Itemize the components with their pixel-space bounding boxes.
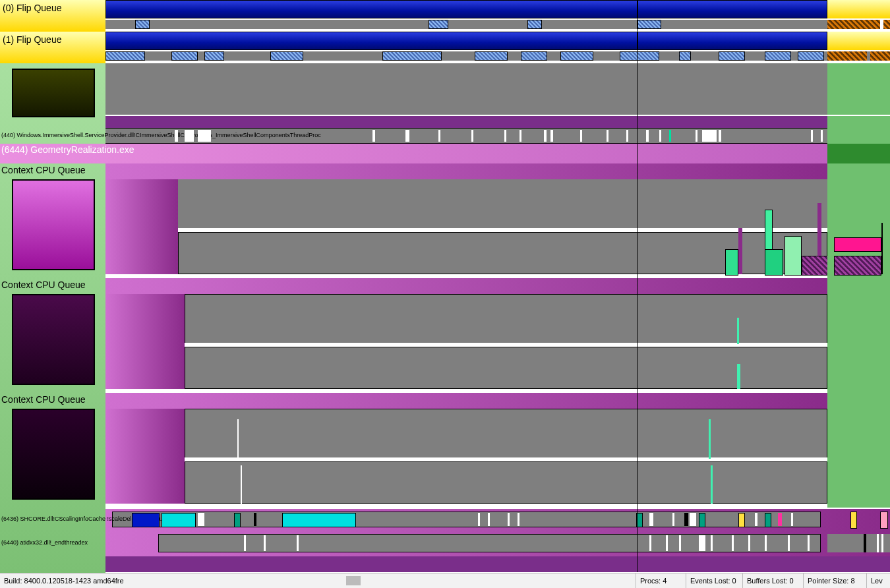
thread-6436-row[interactable]: (6436) SHCORE.dll!CScalingInfoCache !sca…: [0, 509, 890, 530]
ctx-cpu-queue-3[interactable]: Context CPU Queue: [0, 393, 890, 508]
status-grip[interactable]: [346, 576, 361, 585]
flip-queue-1-row[interactable]: (1) Flip Queue: [0, 32, 890, 63]
thread-6440-row[interactable]: (6440) atidxx32.dll!_endthreadex: [0, 530, 890, 556]
ctx1-label: Context CPU Queue: [1, 165, 86, 175]
status-lev: Lev: [866, 573, 890, 588]
flip-queue-0-label-panel: (0) Flip Queue: [0, 0, 105, 32]
status-pointer-size: Pointer Size: 8: [803, 573, 874, 588]
process-6444-header[interactable]: (6444) GeometryRealization.exe: [0, 144, 890, 163]
ctx2-label: Context CPU Queue: [1, 279, 86, 290]
status-procs: Procs: 4: [636, 573, 693, 588]
thread-440-row[interactable]: (440) Windows.ImmersiveShell.ServiceProv…: [0, 128, 890, 144]
swatch-magenta: [12, 179, 95, 270]
ctx-cpu-queue-2[interactable]: Context CPU Queue: [0, 278, 890, 393]
status-buffers-lost: Buffers Lost: 0: [742, 573, 810, 588]
ctx-cpu-queue-1[interactable]: Context CPU Queue: [0, 163, 890, 278]
status-build: Build: 8400.0.120518-1423 amd64fre: [0, 573, 128, 588]
time-cursor[interactable]: [637, 0, 638, 572]
swatch-darkpurple: [12, 294, 95, 385]
flip-queue-0-timeline[interactable]: [105, 0, 890, 32]
flip-queue-0-label: (0) Flip Queue: [3, 3, 61, 13]
ctx3-label: Context CPU Queue: [1, 394, 86, 405]
bottom-purple-strip: [0, 556, 890, 572]
swatch-dpurple2: [12, 409, 95, 500]
status-events-lost: Events Lost: 0: [686, 573, 750, 588]
flip-queue-0-row[interactable]: (0) Flip Queue: [0, 0, 890, 32]
flip-queue-1-label-panel: (1) Flip Queue: [0, 32, 105, 63]
upper-gray-block[interactable]: [0, 63, 890, 115]
status-bar: Build: 8400.0.120518-1423 amd64fre Procs…: [0, 573, 890, 588]
flip-queue-1-timeline[interactable]: [105, 32, 890, 63]
process-6444-label: (6444) GeometryRealization.exe: [1, 144, 134, 155]
flip-queue-1-label: (1) Flip Queue: [3, 34, 61, 45]
thread-6440-label: (6440) atidxx32.dll!_endthreadex: [1, 539, 88, 546]
upper-purple-stripe[interactable]: [0, 116, 890, 128]
